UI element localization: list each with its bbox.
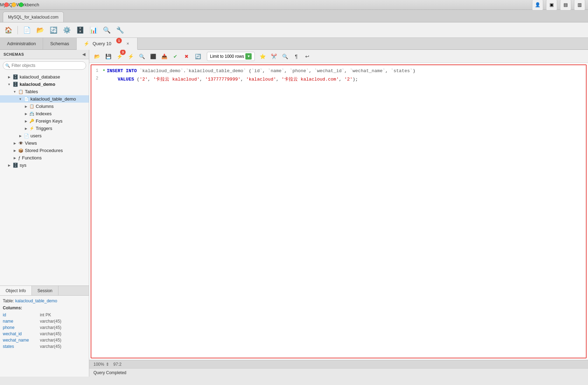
toggle-kalacloud-table-demo[interactable]: ▼ [18, 97, 22, 101]
sidebar-title: SCHEMAS [4, 52, 24, 56]
refresh-icon[interactable]: 🔄 [48, 25, 59, 36]
execute-current-btn[interactable]: ⚡ [126, 51, 135, 61]
label-foreign-keys: Foreign Keys [36, 118, 63, 124]
toggle-stored-procedures[interactable]: ▶ [13, 149, 17, 153]
line-content-2: VALUES ('2', '卡拉云 kalacloud', '137777799… [107, 76, 586, 82]
tab-session[interactable]: Session [32, 286, 58, 295]
new-query-icon[interactable]: 📄 [21, 25, 33, 36]
zoom-control: 100% ⇕ 97:2 [93, 362, 121, 367]
tree-item-triggers[interactable]: ▶ ⚡ Triggers [0, 125, 89, 132]
rollback-btn[interactable]: ✖ [182, 51, 191, 61]
tab-query10-label: Query 10 [93, 41, 111, 46]
tree-item-tables[interactable]: ▼ 📋 Tables [0, 88, 89, 95]
separator-1 [18, 26, 18, 34]
limit-dropdown-arrow[interactable]: ▼ [245, 53, 252, 60]
tab-session-label: Session [37, 288, 52, 293]
wrap-btn[interactable]: ↩ [302, 51, 312, 61]
table-name-link[interactable]: kalacloud_table_demo [15, 298, 57, 303]
bookmark-btn[interactable]: ⭐ [258, 51, 267, 61]
cursor-position: 97:2 [113, 362, 121, 367]
tree-item-kalacloud-table-demo[interactable]: ▼ 📄 kalacloud_table_demo [0, 95, 89, 103]
tab-query10[interactable]: ⚡ Query 10 1 ✕ [77, 38, 138, 50]
minimize-button[interactable] [12, 2, 16, 7]
home-icon[interactable]: 🏠 [3, 25, 14, 36]
users-table-icon: 📄 [24, 133, 29, 138]
toggle-views[interactable]: ▶ [13, 141, 17, 145]
toggle-btn[interactable]: 🔄 [193, 51, 203, 61]
sidebar-toggle-icon[interactable]: ◀ [82, 52, 85, 57]
toggle-foreign-keys[interactable]: ▶ [24, 119, 28, 123]
format-btn[interactable]: ¶ [291, 51, 301, 61]
tree-item-kalacloud-database[interactable]: ▶ 🗄️ kalacloud_database [0, 73, 89, 81]
tree-item-views[interactable]: ▶ 👁️ Views [0, 139, 89, 147]
code-editor[interactable]: 1 ● INSERT INTO `kalacloud_demo`.`kalacl… [91, 64, 587, 358]
toggle-indexes[interactable]: ▶ [24, 112, 28, 116]
explain-btn[interactable]: 🔍 [137, 51, 147, 61]
toggle-columns[interactable]: ▶ [24, 104, 28, 109]
toggle-triggers[interactable]: ▶ [24, 126, 28, 131]
tree-item-kalacloud-demo[interactable]: ▼ 🗄️ kalacloud_demo [0, 81, 89, 88]
label-users: users [30, 133, 42, 138]
badge-container-1: 1 [115, 41, 121, 47]
bottom-panel: Object Info Session Table: kalacloud_tab… [0, 286, 89, 377]
close-button[interactable] [4, 2, 9, 7]
tree-item-users[interactable]: ▶ 📄 users [0, 132, 89, 139]
panel3-icon[interactable]: ▥ [574, 0, 585, 11]
tree-item-foreign-keys[interactable]: ▶ 🔑 Foreign Keys [0, 117, 89, 125]
col-name-phone: phone [3, 325, 34, 330]
line-content-1: INSERT INTO `kalacloud_demo`.`kalacloud_… [107, 68, 586, 74]
stop-btn[interactable]: ⬛ [148, 51, 158, 61]
manage-icon[interactable]: ⚙️ [61, 25, 72, 36]
main-layout: SCHEMAS ◀ 🔍 ▶ 🗄️ kalacloud_database ▼ 🗄️… [0, 50, 588, 377]
filter-input[interactable] [3, 61, 86, 70]
open-icon[interactable]: 📂 [35, 25, 46, 36]
open-file-btn[interactable]: 📂 [92, 51, 102, 61]
table-icon[interactable]: 📊 [88, 25, 99, 36]
import-btn[interactable]: 📥 [159, 51, 169, 61]
tools-icon[interactable]: 🔧 [114, 25, 126, 36]
toggle-tables[interactable]: ▼ [13, 90, 17, 94]
col-name-wechat-name: wechat_name [3, 338, 34, 343]
find-btn[interactable]: 🔍 [280, 51, 290, 61]
panel2-icon[interactable]: ▤ [560, 0, 571, 11]
tab-close-button[interactable]: ✕ [125, 41, 130, 46]
execute-btn[interactable]: ⚡ 3 [114, 51, 124, 61]
toggle-functions[interactable]: ▶ [13, 156, 17, 160]
tree-item-functions[interactable]: ▶ ƒ Functions [0, 154, 89, 161]
query-area: 📂 💾 ⚡ 3 ⚡ 🔍 ⬛ 📥 ✔ ✖ 🔄 Limit to 1000 rows… [89, 50, 588, 377]
db-icon-kalacloud-demo: 🗄️ [13, 82, 18, 87]
db-icon[interactable]: 🗄️ [75, 25, 86, 36]
tree-item-indexes[interactable]: ▶ 📇 Indexes [0, 110, 89, 117]
toggle-kalacloud-demo[interactable]: ▼ [7, 82, 11, 87]
col-type-states: varchar(45) [40, 344, 61, 349]
stored-procedures-icon: 📦 [18, 148, 23, 153]
browser-tab-bar: MySQL_for_kalacloud.com [0, 10, 588, 22]
sidebar: SCHEMAS ◀ 🔍 ▶ 🗄️ kalacloud_database ▼ 🗄️… [0, 50, 89, 377]
label-kalacloud-database: kalacloud_database [20, 74, 60, 80]
browser-tab[interactable]: MySQL_for_kalacloud.com [3, 12, 64, 22]
tree-item-stored-procedures[interactable]: ▶ 📦 Stored Procedures [0, 147, 89, 154]
tab-schemas[interactable]: Schemas [43, 38, 76, 49]
tab-object-info[interactable]: Object Info [0, 286, 32, 295]
zoom-stepper[interactable]: ⇕ [106, 362, 109, 367]
col-type-wechat-name: varchar(45) [40, 338, 61, 343]
toggle-sys[interactable]: ▶ [7, 163, 11, 167]
limit-select[interactable]: Limit to 1000 rows ▼ [207, 52, 255, 61]
toggle-users[interactable]: ▶ [18, 134, 22, 138]
commit-btn[interactable]: ✔ [170, 51, 180, 61]
toggle-kalacloud-database[interactable]: ▶ [7, 75, 11, 79]
maximize-button[interactable] [19, 2, 23, 7]
limit-label: Limit to 1000 rows [210, 54, 244, 59]
column-row-wechat-id: wechat_id varchar(45) [3, 331, 86, 337]
label-views: Views [25, 140, 37, 146]
window-controls [4, 2, 23, 7]
panel-icon[interactable]: ▣ [546, 0, 557, 11]
snippet-btn[interactable]: ✂️ [269, 51, 279, 61]
tree-item-columns[interactable]: ▶ 📋 Columns [0, 103, 89, 110]
account-icon[interactable]: 👤 [532, 0, 543, 11]
save-btn[interactable]: 💾 [103, 51, 113, 61]
tree-item-sys[interactable]: ▶ 🗄️ sys [0, 161, 89, 169]
tab-administration[interactable]: Administration [0, 38, 43, 49]
inspect-icon[interactable]: 🔍 [101, 25, 112, 36]
label-kalacloud-table-demo: kalacloud_table_demo [30, 96, 76, 102]
